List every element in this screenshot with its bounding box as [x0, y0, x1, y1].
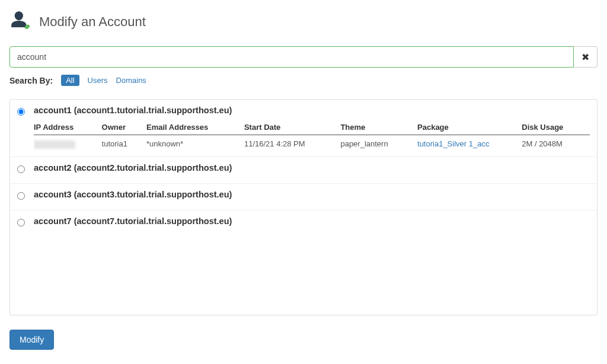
account-row[interactable]: account2 (account2.tutorial.trial.suppor… [10, 157, 597, 184]
clear-search-button[interactable]: ✖ [574, 46, 598, 68]
account-detail-table: IP Address Owner Email Addresses Start D… [34, 120, 590, 151]
search-by-row: Search By: All Users Domains [9, 75, 598, 86]
account-title: account2 (account2.tutorial.trial.suppor… [34, 163, 590, 173]
col-disk: Disk Usage [522, 120, 590, 135]
col-package: Package [417, 120, 522, 135]
cell-start: 11/16/21 4:28 PM [244, 135, 341, 151]
page-header: Modify an Account [9, 9, 598, 34]
modify-button[interactable]: Modify [9, 330, 54, 350]
account-title: account3 (account3.tutorial.trial.suppor… [34, 190, 590, 199]
account-radio[interactable] [17, 165, 25, 173]
search-by-label: Search By: [9, 76, 53, 85]
account-row[interactable]: account7 (account7.tutorial.trial.suppor… [10, 210, 597, 237]
col-ip: IP Address [34, 120, 102, 135]
account-radio[interactable] [17, 108, 25, 116]
filter-domains[interactable]: Domains [116, 76, 146, 85]
cell-disk: 2M / 2048M [522, 135, 590, 151]
account-title: account1 (account1.tutorial.trial.suppor… [34, 106, 590, 115]
col-owner: Owner [102, 120, 146, 135]
page-title: Modify an Account [39, 14, 146, 30]
package-link[interactable]: tutoria1_Silver 1_acc [417, 139, 489, 148]
close-icon: ✖ [582, 52, 589, 63]
account-row[interactable]: account1 (account1.tutorial.trial.suppor… [10, 100, 597, 157]
cell-theme: paper_lantern [340, 135, 417, 151]
search-row: ✖ [9, 46, 598, 68]
account-radio[interactable] [17, 219, 25, 226]
search-input[interactable] [9, 46, 574, 68]
table-row: tutoria1 *unknown* 11/16/21 4:28 PM pape… [34, 135, 590, 151]
filter-all[interactable]: All [61, 75, 79, 86]
user-edit-icon [9, 9, 32, 34]
col-theme: Theme [340, 120, 417, 135]
filter-users[interactable]: Users [88, 76, 108, 85]
ip-redacted [34, 141, 75, 149]
col-email: Email Addresses [146, 120, 244, 135]
col-start: Start Date [244, 120, 341, 135]
cell-owner: tutoria1 [102, 135, 146, 151]
account-radio[interactable] [17, 192, 25, 200]
cell-package: tutoria1_Silver 1_acc [417, 135, 522, 151]
cell-email: *unknown* [146, 135, 244, 151]
account-title: account7 (account7.tutorial.trial.suppor… [34, 216, 590, 226]
cell-ip [34, 135, 102, 151]
account-row[interactable]: account3 (account3.tutorial.trial.suppor… [10, 184, 597, 210]
accounts-panel: account1 (account1.tutorial.trial.suppor… [9, 99, 598, 315]
